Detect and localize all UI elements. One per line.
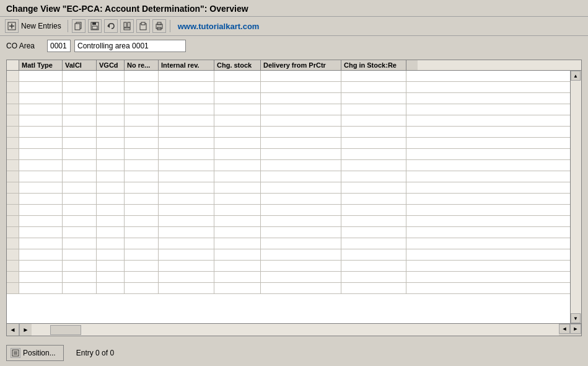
cell-chg-in-stock [341,93,406,104]
cell-chg-stock [214,283,261,293]
cell-nore [125,194,159,204]
cell-chg-stock [214,171,261,182]
row-selector [7,171,19,182]
table-row[interactable] [7,238,570,249]
cell-delivery-from [261,93,341,104]
svg-rect-6 [92,22,96,25]
col-header-chg-in-stock-re: Chg in Stock:Re [341,60,406,70]
cell-nore [125,238,159,249]
table-row[interactable] [7,171,570,182]
table-header: Matl Type ValCl VGCd No re... Internal r… [7,60,581,71]
cell-valcl [63,171,97,182]
col-header-vgcd: VGCd [97,60,125,70]
cell-vgcd [97,283,125,293]
position-icon [11,348,20,358]
vertical-scrollbar[interactable]: ▲ ▼ [570,71,581,323]
table-row[interactable] [7,216,570,227]
cell-internal-rev [159,82,214,92]
cell-matl-type [19,283,63,293]
table-row[interactable] [7,93,570,104]
cell-valcl [63,71,97,81]
cell-matl-type [19,238,63,249]
cell-delivery-from [261,115,341,126]
hscroll-left-button[interactable]: ◄ [7,324,19,336]
cell-valcl [63,82,97,92]
cell-valcl [63,216,97,226]
cell-nore [125,93,159,104]
cell-internal-rev [159,182,214,193]
copy-button[interactable] [72,19,86,33]
cell-chg-in-stock [341,171,406,182]
cell-matl-type [19,249,63,260]
table-row[interactable] [7,104,570,115]
toolbar-separator-1 [68,20,68,32]
new-entries-button[interactable] [5,19,19,33]
table-row[interactable] [7,138,570,149]
cell-delivery-from [261,249,341,260]
row-selector [7,238,19,249]
undo-button[interactable] [104,19,118,33]
position-button-label: Position... [23,349,56,357]
new-entries-label: New Entries [21,22,61,30]
cell-valcl [63,238,97,249]
table-row[interactable] [7,261,570,272]
table-row[interactable] [7,115,570,127]
cell-internal-rev [159,272,214,282]
cell-nore [125,261,159,271]
cell-internal-rev [159,127,214,137]
cell-delivery-from [261,283,341,293]
table-row[interactable] [7,194,570,205]
table-row[interactable] [7,205,570,216]
cell-internal-rev [159,261,214,271]
table-row[interactable] [7,82,570,93]
cell-chg-stock [214,227,261,238]
cell-vgcd [97,149,125,159]
table-row[interactable] [7,227,570,238]
scroll-up-button[interactable]: ▲ [571,71,581,81]
cell-internal-rev [159,93,214,104]
table-row[interactable] [7,149,570,160]
cell-nore [125,182,159,193]
table-row[interactable] [7,160,570,171]
position-button[interactable]: Position... [6,345,64,361]
save-button[interactable] [88,19,102,33]
cell-chg-stock [214,138,261,148]
cell-nore [125,82,159,92]
table-row[interactable] [7,272,570,283]
hscroll-thumb[interactable] [50,325,81,335]
cell-internal-rev [159,194,214,204]
table-row[interactable] [7,283,570,294]
cell-vgcd [97,216,125,226]
cell-delivery-from [261,171,341,182]
table-row[interactable] [7,71,570,82]
cell-nore [125,283,159,293]
cell-chg-in-stock [341,182,406,193]
cell-chg-in-stock [341,160,406,171]
table-row[interactable] [7,249,570,261]
row-selector [7,149,19,159]
hscroll-next-button[interactable]: ► [570,324,581,334]
svg-rect-10 [128,22,130,27]
scroll-down-button[interactable]: ▼ [571,313,581,323]
hscroll-prev-button[interactable]: ◄ [559,324,570,334]
paste-button[interactable] [136,19,150,33]
cell-matl-type [19,104,63,115]
cell-chg-stock [214,261,261,271]
print-button[interactable] [152,19,166,33]
cell-delivery-from [261,160,341,171]
cell-internal-rev [159,71,214,81]
cell-vgcd [97,261,125,271]
svg-rect-4 [75,24,80,30]
main-content: Matl Type ValCl VGCd No re... Internal r… [0,56,588,340]
cut-button[interactable] [120,19,134,33]
cell-matl-type [19,115,63,126]
cell-matl-type [19,138,63,148]
table-row[interactable] [7,127,570,138]
col-header-internal-rev: Internal rev. [159,60,214,70]
table-row[interactable] [7,182,570,194]
cell-delivery-from [261,138,341,148]
svg-rect-9 [124,22,126,27]
cell-valcl [63,93,97,104]
hscroll-right-button[interactable]: ► [19,324,32,336]
row-selector [7,261,19,271]
